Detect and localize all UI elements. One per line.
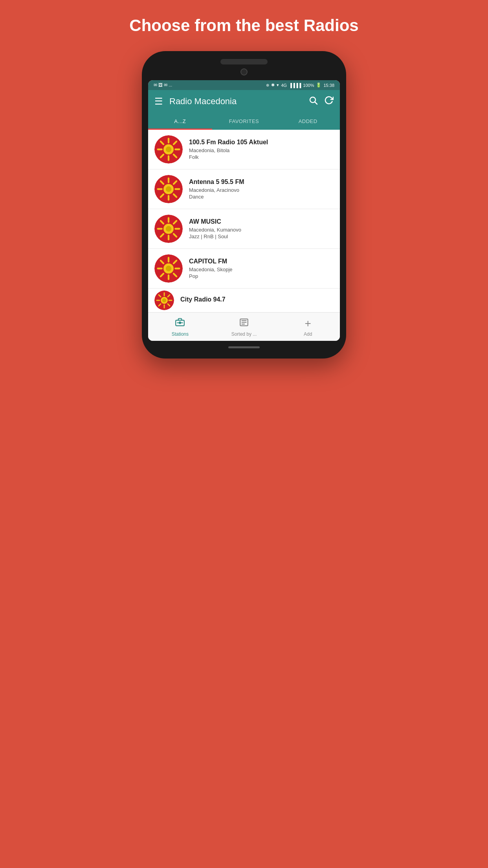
bluetooth-icon: ✱	[271, 83, 275, 88]
station-info: 100.5 Fm Radio 105 Aktuel Macedonia, Bit…	[189, 139, 334, 160]
station-genre: Jazz | RnB | Soul	[189, 234, 334, 239]
tab-bar: A...Z FAVORITES ADDED	[148, 113, 340, 130]
phone-camera	[240, 68, 248, 75]
app-bar: ☰ Radio Macedonia	[148, 90, 340, 113]
station-name: 100.5 Fm Radio 105 Aktuel	[189, 139, 334, 146]
notification-icons: ✉ 🖼 ✉ ...	[154, 83, 172, 88]
battery-icon: 🔋	[316, 83, 321, 88]
station-item[interactable]: 100.5 Fm Radio 105 Aktuel Macedonia, Bit…	[148, 130, 340, 169]
station-logo	[154, 135, 183, 164]
svg-point-56	[162, 298, 166, 302]
station-logo	[154, 254, 183, 283]
svg-point-23	[166, 186, 171, 192]
phone-home-bar	[228, 346, 260, 348]
time: 15:38	[323, 83, 334, 88]
stations-label: Stations	[172, 331, 189, 337]
station-genre: Dance	[189, 194, 334, 200]
page-headline: Choose from the best Radios	[129, 16, 358, 35]
phone-speaker	[220, 59, 268, 64]
signal-type: 4G	[281, 83, 287, 88]
refresh-button[interactable]	[324, 96, 334, 107]
station-location: Macedonia, Skopje	[189, 267, 334, 272]
station-location: Macedonia, Bitola	[189, 147, 334, 153]
status-bar: ✉ 🖼 ✉ ... ⊕ ✱ ▾ 4G ▐▐▐▐ 100% 🔋 15:38	[148, 80, 340, 90]
status-right: ⊕ ✱ ▾ 4G ▐▐▐▐ 100% 🔋 15:38	[266, 83, 334, 88]
wifi-icon: ▾	[277, 83, 279, 88]
station-item[interactable]: CAPITOL FM Macedonia, Skopje Pop	[148, 249, 340, 289]
add-label: Add	[304, 331, 312, 337]
sorted-icon	[239, 317, 249, 330]
station-logo	[154, 215, 183, 243]
battery-percent: 100%	[303, 83, 314, 88]
station-name: City Radio 94.7	[180, 296, 334, 303]
menu-button[interactable]: ☰	[154, 96, 163, 107]
station-info: AW MUSIC Macedonia, Kumanovo Jazz | RnB …	[189, 218, 334, 239]
stations-icon	[175, 317, 185, 330]
station-item-partial[interactable]: City Radio 94.7	[148, 289, 340, 312]
signal-bars: ▐▐▐▐	[289, 83, 301, 88]
station-list: 100.5 Fm Radio 105 Aktuel Macedonia, Bit…	[148, 130, 340, 312]
svg-point-34	[166, 226, 171, 232]
status-left: ✉ 🖼 ✉ ...	[154, 83, 172, 88]
station-location: Macedonia, Kumanovo	[189, 227, 334, 233]
nav-add[interactable]: + Add	[276, 313, 340, 341]
app-title: Radio Macedonia	[169, 96, 302, 107]
station-name: Antenna 5 95.5 FM	[189, 178, 334, 186]
phone-screen: ✉ 🖼 ✉ ... ⊕ ✱ ▾ 4G ▐▐▐▐ 100% 🔋 15:38 ☰ R…	[148, 80, 340, 341]
svg-point-58	[179, 322, 181, 324]
station-location: Macedonia, Aracinovo	[189, 187, 334, 193]
nav-sorted[interactable]: Sorted by ...	[212, 313, 276, 341]
station-info: City Radio 94.7	[180, 296, 334, 305]
phone-frame: ✉ 🖼 ✉ ... ⊕ ✱ ▾ 4G ▐▐▐▐ 100% 🔋 15:38 ☰ R…	[142, 51, 346, 359]
nav-stations[interactable]: Stations	[148, 313, 212, 341]
station-info: Antenna 5 95.5 FM Macedonia, Aracinovo D…	[189, 178, 334, 200]
sorted-label: Sorted by ...	[231, 331, 257, 337]
status-circle-icon: ⊕	[266, 83, 269, 87]
station-item[interactable]: Antenna 5 95.5 FM Macedonia, Aracinovo D…	[148, 169, 340, 209]
tab-az[interactable]: A...Z	[148, 113, 212, 130]
station-logo	[154, 175, 183, 203]
station-genre: Folk	[189, 154, 334, 160]
station-name: AW MUSIC	[189, 218, 334, 225]
svg-point-45	[166, 266, 171, 271]
station-logo	[154, 291, 174, 310]
bottom-nav: Stations Sorted by ... + Add	[148, 312, 340, 341]
search-button[interactable]	[308, 96, 318, 107]
tab-added[interactable]: ADDED	[276, 113, 340, 130]
station-name: CAPITOL FM	[189, 258, 334, 265]
svg-point-12	[166, 147, 171, 152]
station-info: CAPITOL FM Macedonia, Skopje Pop	[189, 258, 334, 279]
svg-line-1	[315, 102, 317, 105]
tab-favorites[interactable]: FAVORITES	[212, 113, 276, 130]
add-icon: +	[305, 317, 311, 330]
station-item[interactable]: AW MUSIC Macedonia, Kumanovo Jazz | RnB …	[148, 209, 340, 249]
station-genre: Pop	[189, 273, 334, 279]
